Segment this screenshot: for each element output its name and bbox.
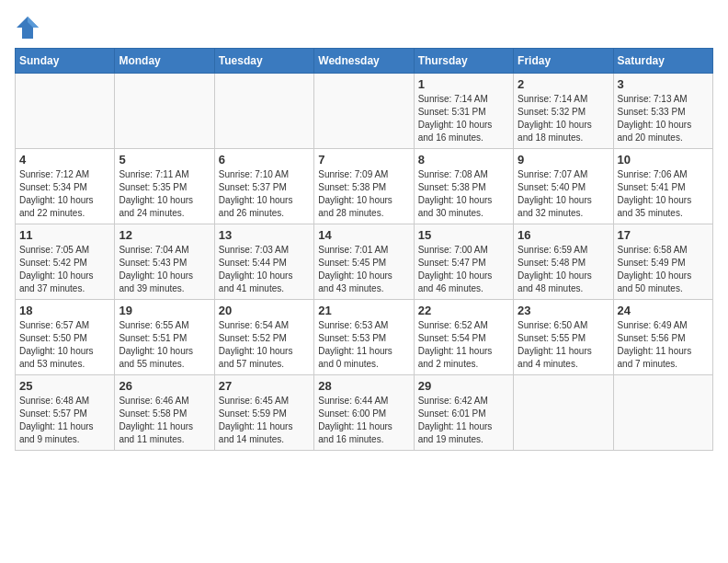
day-info: Sunrise: 6:52 AMSunset: 5:54 PMDaylight:… [418,319,509,371]
calendar-week-2: 4Sunrise: 7:12 AMSunset: 5:34 PMDaylight… [16,149,713,224]
calendar-cell [314,74,414,149]
calendar-cell: 2Sunrise: 7:14 AMSunset: 5:32 PMDaylight… [514,74,613,149]
day-number: 20 [219,304,310,317]
calendar-week-1: 1Sunrise: 7:14 AMSunset: 5:31 PMDaylight… [16,74,713,149]
day-number: 12 [119,228,210,242]
day-info: Sunrise: 7:13 AMSunset: 5:33 PMDaylight:… [618,93,709,144]
day-info: Sunrise: 7:06 AMSunset: 5:41 PMDaylight:… [618,168,709,220]
day-number: 13 [219,228,310,242]
day-number: 6 [219,153,310,167]
day-info: Sunrise: 7:08 AMSunset: 5:38 PMDaylight:… [418,168,509,220]
calendar-cell: 20Sunrise: 6:54 AMSunset: 5:52 PMDayligh… [214,300,313,375]
calendar-cell: 16Sunrise: 6:59 AMSunset: 5:48 PMDayligh… [514,224,613,300]
day-number: 23 [518,304,609,317]
day-number: 24 [618,304,709,317]
day-info: Sunrise: 7:05 AMSunset: 5:42 PMDaylight:… [19,244,110,295]
calendar-cell: 15Sunrise: 7:00 AMSunset: 5:47 PMDayligh… [414,224,513,300]
calendar-cell: 25Sunrise: 6:48 AMSunset: 5:57 PMDayligh… [16,375,115,451]
day-info: Sunrise: 6:46 AMSunset: 5:58 PMDaylight:… [119,395,210,446]
calendar-cell: 14Sunrise: 7:01 AMSunset: 5:45 PMDayligh… [314,224,414,300]
calendar-cell: 21Sunrise: 6:53 AMSunset: 5:53 PMDayligh… [314,300,414,375]
calendar-cell: 19Sunrise: 6:55 AMSunset: 5:51 PMDayligh… [115,300,214,375]
calendar-table: SundayMondayTuesdayWednesdayThursdayFrid… [15,48,713,451]
header-cell-thursday: Thursday [414,49,513,74]
day-number: 18 [19,304,110,317]
page-header [15,15,713,40]
day-number: 15 [418,228,509,242]
calendar-cell: 18Sunrise: 6:57 AMSunset: 5:50 PMDayligh… [16,300,115,375]
day-number: 21 [318,304,409,317]
day-number: 9 [518,153,609,167]
calendar-cell: 3Sunrise: 7:13 AMSunset: 5:33 PMDaylight… [613,74,712,149]
header-cell-wednesday: Wednesday [314,49,414,74]
header-cell-sunday: Sunday [16,49,115,74]
header-row: SundayMondayTuesdayWednesdayThursdayFrid… [16,49,713,74]
calendar-cell: 9Sunrise: 7:07 AMSunset: 5:40 PMDaylight… [514,149,613,224]
day-number: 19 [119,304,210,317]
calendar-week-4: 18Sunrise: 6:57 AMSunset: 5:50 PMDayligh… [16,300,713,375]
day-info: Sunrise: 7:01 AMSunset: 5:45 PMDaylight:… [318,244,409,295]
calendar-cell: 17Sunrise: 6:58 AMSunset: 5:49 PMDayligh… [613,224,712,300]
day-number: 17 [618,228,709,242]
day-number: 5 [119,153,210,167]
calendar-cell [514,375,613,451]
day-info: Sunrise: 6:59 AMSunset: 5:48 PMDaylight:… [518,244,609,295]
day-number: 2 [518,77,609,91]
day-info: Sunrise: 6:57 AMSunset: 5:50 PMDaylight:… [19,319,110,371]
day-info: Sunrise: 6:54 AMSunset: 5:52 PMDaylight:… [219,319,310,371]
calendar-cell: 5Sunrise: 7:11 AMSunset: 5:35 PMDaylight… [115,149,214,224]
calendar-cell [16,74,115,149]
day-number: 16 [518,228,609,242]
day-number: 3 [618,77,709,91]
day-number: 14 [318,228,409,242]
day-info: Sunrise: 7:12 AMSunset: 5:34 PMDaylight:… [19,168,110,220]
day-info: Sunrise: 6:58 AMSunset: 5:49 PMDaylight:… [618,244,709,295]
calendar-cell: 7Sunrise: 7:09 AMSunset: 5:38 PMDaylight… [314,149,414,224]
day-info: Sunrise: 6:42 AMSunset: 6:01 PMDaylight:… [418,395,509,446]
calendar-cell: 1Sunrise: 7:14 AMSunset: 5:31 PMDaylight… [414,74,513,149]
day-info: Sunrise: 7:14 AMSunset: 5:31 PMDaylight:… [418,93,509,144]
calendar-cell [214,74,313,149]
calendar-cell: 6Sunrise: 7:10 AMSunset: 5:37 PMDaylight… [214,149,313,224]
day-info: Sunrise: 6:55 AMSunset: 5:51 PMDaylight:… [119,319,210,371]
calendar-cell: 27Sunrise: 6:45 AMSunset: 5:59 PMDayligh… [214,375,313,451]
day-info: Sunrise: 6:44 AMSunset: 6:00 PMDaylight:… [318,395,409,446]
header-cell-friday: Friday [514,49,613,74]
logo [15,15,44,40]
header-cell-monday: Monday [115,49,214,74]
day-number: 25 [19,379,110,393]
day-info: Sunrise: 6:48 AMSunset: 5:57 PMDaylight:… [19,395,110,446]
day-info: Sunrise: 6:45 AMSunset: 5:59 PMDaylight:… [219,395,310,446]
calendar-body: 1Sunrise: 7:14 AMSunset: 5:31 PMDaylight… [16,74,713,451]
calendar-cell [613,375,712,451]
day-info: Sunrise: 6:50 AMSunset: 5:55 PMDaylight:… [518,319,609,371]
day-info: Sunrise: 6:53 AMSunset: 5:53 PMDaylight:… [318,319,409,371]
calendar-cell: 29Sunrise: 6:42 AMSunset: 6:01 PMDayligh… [414,375,513,451]
calendar-header: SundayMondayTuesdayWednesdayThursdayFrid… [16,49,713,74]
calendar-cell: 13Sunrise: 7:03 AMSunset: 5:44 PMDayligh… [214,224,313,300]
calendar-cell [115,74,214,149]
calendar-cell: 4Sunrise: 7:12 AMSunset: 5:34 PMDaylight… [16,149,115,224]
calendar-cell: 26Sunrise: 6:46 AMSunset: 5:58 PMDayligh… [115,375,214,451]
day-number: 28 [318,379,409,393]
day-info: Sunrise: 7:07 AMSunset: 5:40 PMDaylight:… [518,168,609,220]
day-info: Sunrise: 7:04 AMSunset: 5:43 PMDaylight:… [119,244,210,295]
calendar-cell: 28Sunrise: 6:44 AMSunset: 6:00 PMDayligh… [314,375,414,451]
day-info: Sunrise: 7:14 AMSunset: 5:32 PMDaylight:… [518,93,609,144]
day-number: 11 [19,228,110,242]
day-info: Sunrise: 7:09 AMSunset: 5:38 PMDaylight:… [318,168,409,220]
calendar-week-5: 25Sunrise: 6:48 AMSunset: 5:57 PMDayligh… [16,375,713,451]
calendar-cell: 23Sunrise: 6:50 AMSunset: 5:55 PMDayligh… [514,300,613,375]
calendar-cell: 10Sunrise: 7:06 AMSunset: 5:41 PMDayligh… [613,149,712,224]
calendar-cell: 22Sunrise: 6:52 AMSunset: 5:54 PMDayligh… [414,300,513,375]
day-number: 27 [219,379,310,393]
day-number: 26 [119,379,210,393]
day-number: 1 [418,77,509,91]
day-info: Sunrise: 7:11 AMSunset: 5:35 PMDaylight:… [119,168,210,220]
header-cell-tuesday: Tuesday [214,49,313,74]
day-number: 10 [618,153,709,167]
calendar-cell: 12Sunrise: 7:04 AMSunset: 5:43 PMDayligh… [115,224,214,300]
calendar-week-3: 11Sunrise: 7:05 AMSunset: 5:42 PMDayligh… [16,224,713,300]
day-info: Sunrise: 6:49 AMSunset: 5:56 PMDaylight:… [618,319,709,371]
day-info: Sunrise: 7:00 AMSunset: 5:47 PMDaylight:… [418,244,509,295]
